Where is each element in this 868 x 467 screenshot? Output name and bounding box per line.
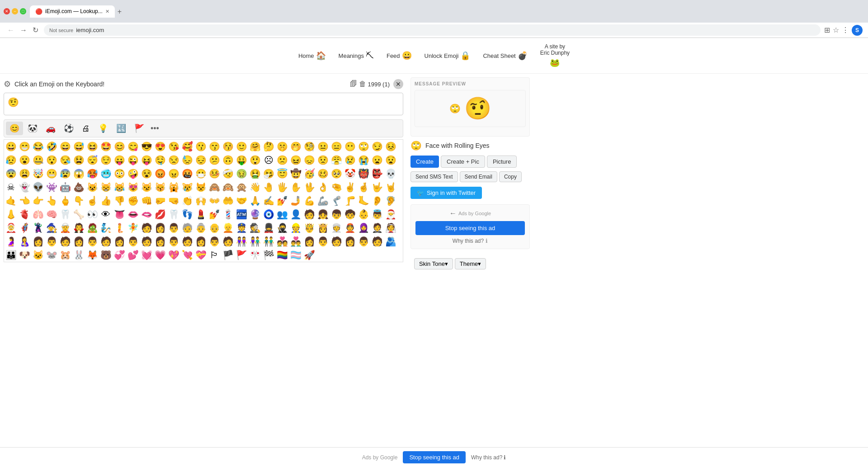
emoji-cell[interactable]: 💗 — [153, 248, 167, 262]
emoji-cell[interactable]: 🐻 — [99, 248, 113, 262]
emoji-cell[interactable]: 👨 — [167, 235, 180, 248]
emoji-cell[interactable]: 😍 — [153, 140, 167, 153]
emoji-cell[interactable]: 🤲 — [221, 194, 235, 208]
emoji-cell[interactable]: 🕵 — [248, 221, 262, 235]
emoji-cell[interactable]: 😬 — [45, 167, 58, 180]
emoji-cell[interactable]: 🐰 — [72, 248, 85, 262]
emoji-cell[interactable]: 🧐 — [302, 140, 316, 153]
emoji-cell[interactable]: 🥳 — [302, 167, 316, 180]
emoji-cell[interactable]: 🤬 — [180, 167, 194, 180]
emoji-cell[interactable]: 🥵 — [85, 167, 99, 180]
emoji-cell[interactable]: 👻 — [18, 180, 31, 194]
emoji-cell[interactable]: 🧚 — [126, 221, 140, 235]
emoji-cell[interactable]: 😵 — [140, 167, 153, 180]
emoji-cell[interactable]: 🦹 — [31, 221, 45, 235]
emoji-cell[interactable]: 👾 — [45, 180, 58, 194]
emoji-cell[interactable]: 🐭 — [45, 248, 58, 262]
emoji-cell[interactable]: 💞 — [113, 248, 126, 262]
emoji-cell[interactable]: 🤖 — [58, 180, 72, 194]
emoji-cell[interactable]: 🧑 — [58, 235, 72, 248]
emoji-cell[interactable]: 👩 — [194, 235, 208, 248]
emoji-cell[interactable]: 🧝 — [58, 221, 72, 235]
emoji-cell[interactable]: 👌 — [316, 180, 330, 194]
nav-site-by[interactable]: A site byEric Dunphy 🐸 — [536, 42, 574, 70]
emoji-cell[interactable]: 🤧 — [262, 167, 275, 180]
nav-home[interactable]: Home 🏠 — [294, 49, 330, 62]
emoji-cell[interactable]: 🦾 — [316, 194, 330, 208]
emoji-cell[interactable]: 👨 — [167, 221, 180, 235]
forward-button[interactable]: → — [18, 24, 29, 36]
send-email-button[interactable]: Send Email — [460, 171, 497, 182]
emoji-cell[interactable]: 🙏 — [248, 194, 262, 208]
cat-tab-symbols[interactable]: 💡 — [94, 122, 112, 135]
emoji-cell[interactable]: 🙄 — [357, 140, 370, 153]
nav-meanings[interactable]: Meanings ⛏ — [334, 49, 378, 62]
emoji-cell[interactable]: 🐹 — [58, 248, 72, 262]
emoji-cell[interactable]: 💕 — [126, 248, 140, 262]
emoji-cell[interactable]: 👷 — [289, 221, 302, 235]
emoji-cell[interactable]: 🥺 — [330, 167, 343, 180]
emoji-cell[interactable]: 👆 — [45, 194, 58, 208]
emoji-cell[interactable]: 🖐 — [275, 180, 289, 194]
emoji-cell[interactable]: 🏳 — [208, 248, 221, 262]
skin-tone-button[interactable]: Skin Tone▾ — [414, 258, 453, 269]
cat-tab-transport[interactable]: 🚗 — [42, 122, 59, 135]
emoji-cell[interactable]: 💓 — [140, 248, 153, 262]
window-maximize-btn[interactable]: □ — [20, 8, 26, 14]
emoji-cell[interactable]: 🧟 — [85, 221, 99, 235]
cat-tab-animals[interactable]: 🐼 — [24, 122, 41, 135]
emoji-cell[interactable]: 👄 — [126, 208, 140, 221]
emoji-cell[interactable]: 🫂 — [384, 235, 397, 248]
back-button[interactable]: ← — [5, 24, 16, 36]
emoji-cell[interactable]: 🤏 — [330, 180, 343, 194]
emoji-cell[interactable]: 🧛 — [72, 221, 85, 235]
emoji-cell[interactable]: 🐶 — [18, 248, 31, 262]
emoji-cell[interactable]: 🤙 — [4, 194, 18, 208]
emoji-cell[interactable]: 👹 — [357, 167, 370, 180]
emoji-cell[interactable]: 👩 — [153, 221, 167, 235]
emoji-cell[interactable]: 🙁 — [275, 153, 289, 167]
emoji-cell[interactable]: 👊 — [140, 194, 153, 208]
gear-icon[interactable]: ⚙ — [4, 79, 11, 89]
emoji-cell[interactable]: 😯 — [45, 153, 58, 167]
emoji-cell[interactable]: 👤 — [289, 208, 302, 221]
emoji-cell[interactable]: 🚩 — [235, 248, 248, 262]
emoji-cell[interactable]: 😗 — [194, 140, 208, 153]
emoji-cell[interactable]: 😰 — [58, 167, 72, 180]
emoji-cell[interactable]: 👮 — [235, 221, 248, 235]
emoji-cell[interactable]: ✌ — [343, 180, 357, 194]
emoji-cell[interactable]: 👩 — [31, 235, 45, 248]
emoji-cell[interactable]: 🥴 — [316, 167, 330, 180]
emoji-cell[interactable]: 🤳 — [289, 194, 302, 208]
emoji-cell[interactable]: 🦻 — [384, 194, 397, 208]
emoji-cell[interactable]: 🤩 — [99, 140, 113, 153]
user-avatar[interactable]: S — [852, 25, 863, 36]
emoji-cell[interactable]: 👐 — [208, 194, 221, 208]
emoji-cell[interactable]: 👩 — [343, 235, 357, 248]
emoji-cell[interactable]: 🤗 — [248, 140, 262, 153]
emoji-cell[interactable]: 👽 — [31, 180, 45, 194]
emoji-cell[interactable]: 🤵 — [370, 221, 384, 235]
emoji-cell[interactable]: 👨 — [357, 235, 370, 248]
emoji-cell[interactable]: 😒 — [167, 153, 180, 167]
emoji-cell[interactable]: 🖖 — [302, 180, 316, 194]
emoji-cell[interactable]: 😞 — [302, 153, 316, 167]
emoji-cell[interactable]: 😛 — [113, 153, 126, 167]
emoji-cell[interactable]: 🤛 — [153, 194, 167, 208]
emoji-cell[interactable]: 😢 — [343, 153, 357, 167]
emoji-cell[interactable]: 🐱 — [31, 248, 45, 262]
emoji-cell[interactable]: 👫 — [248, 235, 262, 248]
emoji-cell[interactable]: 👲 — [343, 221, 357, 235]
emoji-cell[interactable]: 👺 — [370, 167, 384, 180]
emoji-cell[interactable]: 😦 — [370, 153, 384, 167]
emoji-cell[interactable]: 💪 — [302, 194, 316, 208]
emoji-cell[interactable]: 🧑 — [140, 235, 153, 248]
emoji-cell[interactable]: 🙃 — [221, 153, 235, 167]
bottom-why-ad-link[interactable]: Why this ad? ℹ — [471, 454, 506, 461]
emoji-cell[interactable]: 🙌 — [194, 194, 208, 208]
create-plus-pic-button[interactable]: Create + Pic — [441, 156, 485, 168]
emoji-cell[interactable]: 😮 — [18, 153, 31, 167]
emoji-cell[interactable]: 😶 — [343, 140, 357, 153]
emoji-cell[interactable]: 😙 — [208, 140, 221, 153]
emoji-cell[interactable]: 🤫 — [275, 140, 289, 153]
